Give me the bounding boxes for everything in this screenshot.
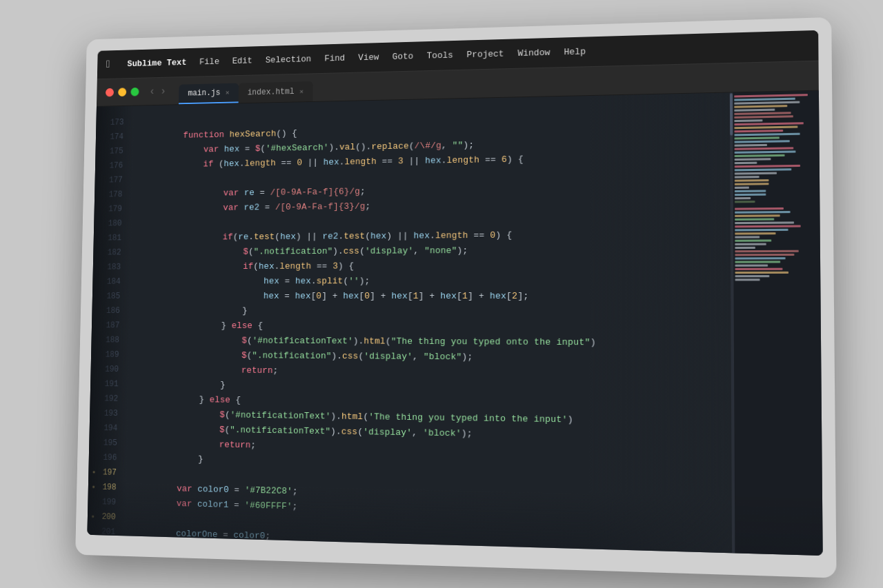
line-174: 174 — [96, 129, 132, 144]
line-189: 189 — [91, 347, 128, 362]
menu-app-name[interactable]: Sublime Text — [127, 57, 186, 69]
code-editor[interactable]: function hexSearch() { var hex = $('#hex… — [124, 92, 733, 553]
line-183: 183 — [93, 259, 130, 274]
menu-goto[interactable]: Goto — [393, 51, 413, 61]
tab-bar: main.js ✕ index.html ✕ — [179, 74, 312, 104]
menu-tools[interactable]: Tools — [427, 50, 453, 61]
line-197: 197 — [88, 465, 126, 480]
tab-main-js[interactable]: main.js ✕ — [179, 83, 239, 104]
line-201: 201 — [87, 524, 124, 536]
tab-index-html[interactable]: index.html ✕ — [238, 81, 312, 102]
menu-find[interactable]: Find — [324, 53, 345, 63]
maximize-button[interactable] — [130, 87, 139, 96]
line-187: 187 — [92, 318, 129, 332]
menu-project[interactable]: Project — [466, 48, 504, 59]
line-185: 185 — [92, 289, 130, 303]
menu-file[interactable]: File — [199, 57, 219, 67]
scrollbar-thumb[interactable] — [730, 93, 733, 135]
line-192: 192 — [90, 391, 127, 406]
line-177: 177 — [95, 172, 131, 187]
traffic-lights — [106, 87, 139, 96]
line-179: 179 — [94, 201, 130, 216]
line-176: 176 — [95, 158, 132, 173]
line-195: 195 — [89, 435, 126, 450]
tab-main-js-close[interactable]: ✕ — [226, 88, 230, 97]
line-200: 200 — [88, 509, 125, 525]
line-186: 186 — [92, 303, 129, 318]
editor-area[interactable]: 173 174 175 176 177 178 179 180 181 182 … — [87, 90, 822, 555]
back-arrow[interactable]: ‹ — [149, 85, 155, 97]
tab-index-html-label: index.html — [248, 87, 295, 97]
forward-arrow[interactable]: › — [160, 85, 166, 97]
menu-view[interactable]: View — [358, 52, 379, 62]
line-181: 181 — [94, 230, 131, 245]
line-193: 193 — [90, 405, 127, 420]
line-173: 173 — [96, 114, 132, 130]
tab-main-js-label: main.js — [188, 88, 220, 97]
line-180: 180 — [94, 216, 131, 230]
menu-help[interactable]: Help — [564, 46, 586, 57]
line-196: 196 — [89, 449, 126, 465]
line-199: 199 — [88, 494, 125, 510]
minimap-content — [731, 90, 820, 285]
line-188: 188 — [91, 332, 128, 347]
menu-window[interactable]: Window — [517, 47, 550, 58]
minimize-button[interactable] — [118, 88, 126, 97]
screen-bezel:  Sublime Text File Edit Selection Find … — [87, 30, 822, 555]
code-minimap[interactable] — [731, 90, 823, 555]
line-184: 184 — [92, 274, 130, 289]
nav-arrows: ‹ › — [149, 85, 166, 97]
line-194: 194 — [90, 420, 127, 436]
line-178: 178 — [95, 187, 131, 202]
menu-selection[interactable]: Selection — [266, 54, 312, 65]
menu-edit[interactable]: Edit — [232, 55, 252, 65]
line-182: 182 — [93, 245, 130, 259]
line-175: 175 — [95, 143, 132, 159]
close-button[interactable] — [106, 88, 114, 97]
line-190: 190 — [90, 362, 128, 377]
line-191: 191 — [90, 376, 128, 392]
line-198: 198 — [88, 479, 126, 495]
tab-index-html-close[interactable]: ✕ — [299, 87, 304, 95]
laptop-frame:  Sublime Text File Edit Selection Find … — [75, 17, 836, 578]
apple-icon:  — [106, 58, 112, 70]
